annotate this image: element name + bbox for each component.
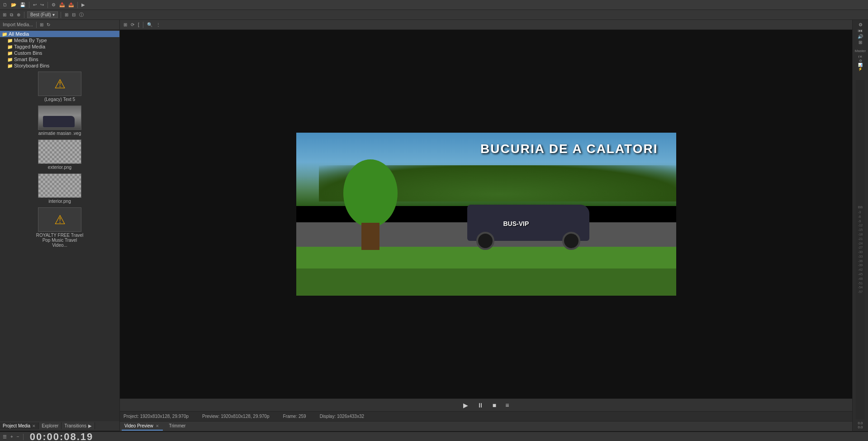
save-button[interactable]: 💾: [19, 2, 26, 8]
second-toolbar: ⊞ ⧉ ⊕ Best (Full) ▾ ⊞ ⊟ ⓘ: [0, 10, 868, 20]
tree-item-custom-bins[interactable]: 📁 Custom Bins: [0, 50, 119, 56]
quality-label: Best (Full): [30, 12, 51, 17]
play-button-top[interactable]: ▶: [81, 2, 86, 8]
master-label: Master: [855, 49, 866, 53]
ripple-button[interactable]: ⧉: [9, 12, 14, 18]
info-button[interactable]: ⓘ: [78, 11, 85, 19]
more-options[interactable]: ⋮: [155, 22, 161, 28]
pause-button[interactable]: ⏸: [474, 401, 486, 410]
tab-explorer[interactable]: Explorer: [39, 422, 62, 429]
divider2: [47, 2, 48, 8]
media-tree: 📁 All Media 📁 Media By Type 📁 Tagged Med…: [0, 30, 119, 70]
tree-item-storyboard-bins[interactable]: 📁 Storyboard Bins: [0, 62, 119, 69]
media-thumbnail: ⚠: [38, 207, 81, 232]
preview-info-value: 1920x810x128, 29.970p: [221, 414, 269, 419]
divider3: [77, 2, 78, 8]
snap-button[interactable]: ⊞: [2, 12, 7, 18]
van-silhouette: BUS-VIP: [467, 196, 594, 250]
panel-tabs-bar: Project Media ✕ Explorer Transitions ▶: [0, 421, 119, 431]
media-thumbnail: ⚠: [38, 72, 81, 96]
folder-icon: 📁: [7, 44, 13, 49]
import-button[interactable]: 📥: [58, 2, 66, 8]
divider4: [24, 12, 24, 18]
timeline-zoom-out[interactable]: −: [16, 434, 20, 440]
new-button[interactable]: 🗋: [2, 2, 8, 8]
settings-button[interactable]: ⚙: [51, 2, 57, 8]
media-item-label: (Legacy) Text 5: [44, 97, 75, 102]
media-grid[interactable]: ⚠ (Legacy) Text 5 animatie masian .veg e…: [0, 70, 119, 421]
video-frame: BUS-VIP BUCURIA DE A CALATORI: [296, 133, 676, 296]
right-vol-button[interactable]: 🔊: [857, 34, 864, 39]
tab-video-preview[interactable]: Video Preview ✕: [122, 422, 163, 431]
right-icon3: ⚡: [858, 67, 863, 71]
zoom-in[interactable]: 🔍: [146, 22, 153, 28]
folder-icon: 📁: [7, 57, 13, 62]
project-info-label: Project: 1920x810x128, 29.970p: [123, 414, 189, 419]
media-thumbnail: [38, 139, 81, 164]
media-item-label: ROYALTY FREE Travel Pop Music Travel Vid…: [35, 233, 85, 248]
divider6: [36, 22, 37, 28]
list-item[interactable]: interior.png: [38, 173, 81, 204]
tab-trimmer[interactable]: Trimmer: [166, 422, 189, 430]
loop-toggle[interactable]: ⟳: [130, 22, 135, 28]
right-icon2: 📊: [858, 63, 863, 67]
list-item[interactable]: animatie masian .veg: [38, 105, 81, 136]
export-button[interactable]: 📤: [67, 2, 75, 8]
tree-item-tagged-media[interactable]: 📁 Tagged Media: [0, 43, 119, 50]
overlay-button[interactable]: ⊟: [71, 12, 76, 18]
preview-info: Project: 1920x810x128, 29.970p Preview: …: [120, 411, 852, 421]
import-media-button[interactable]: Import Media...: [2, 22, 34, 28]
left-panel-toolbar: Import Media... ⊞ ↻: [0, 20, 119, 30]
title-overlay: BUCURIA DE A CALATORI: [480, 142, 658, 156]
media-thumbnail: [38, 173, 81, 198]
list-item[interactable]: ⚠ ROYALTY FREE Travel Pop Music Travel V…: [35, 207, 85, 248]
tab-project-media[interactable]: Project Media ✕: [0, 422, 39, 429]
tree-item-all-media[interactable]: 📁 All Media: [0, 31, 119, 37]
stop-button[interactable]: ■: [490, 401, 499, 410]
tree-graphic: [334, 159, 407, 250]
menu-button[interactable]: ≡: [503, 401, 512, 410]
list-item[interactable]: ⚠ (Legacy) Text 5: [38, 72, 81, 102]
main-layout: Import Media... ⊞ ↻ 📁 All Media 📁 Media …: [0, 20, 868, 431]
van-text: BUS-VIP: [503, 220, 529, 227]
preview-toolbar: ⊞ ⟳ [ 🔍 ⋮: [120, 20, 852, 30]
display-info: Display: 1026x433x32: [320, 414, 364, 419]
center-panel: ⊞ ⟳ [ 🔍 ⋮: [120, 20, 852, 431]
timeline-menu[interactable]: ☰: [2, 434, 8, 440]
tree-item-smart-bins[interactable]: 📁 Smart Bins: [0, 56, 119, 62]
mark-in[interactable]: [: [137, 22, 140, 28]
divider5: [61, 12, 61, 18]
bottom-stripe: [296, 268, 676, 296]
view-toggle[interactable]: ⊞: [39, 22, 44, 28]
folder-icon: 📁: [7, 51, 13, 56]
right-settings-button[interactable]: ⚙: [858, 22, 863, 28]
timeline-zoom-in[interactable]: +: [9, 434, 14, 440]
right-grid-button[interactable]: ⊞: [858, 39, 863, 45]
preview-tabs: Video Preview ✕ Trimmer: [120, 421, 852, 431]
quality-dropdown[interactable]: Best (Full) ▾: [27, 11, 58, 18]
undo-button[interactable]: ↩: [32, 2, 38, 8]
right-panel: ⚙ ⏮ 🔊 ⊞ Master f✕ ⚙ 📊 ⚡ BB -3-6-9-12-15-…: [852, 20, 868, 431]
media-item-label: exterior.png: [48, 165, 71, 170]
playback-controls: ▶ ⏸ ■ ≡: [120, 398, 852, 411]
refresh-button[interactable]: ↻: [46, 22, 51, 28]
play-button[interactable]: ▶: [460, 401, 471, 410]
snap-toggle[interactable]: ⊞: [123, 22, 128, 28]
tree-item-media-by-type[interactable]: 📁 Media By Type: [0, 37, 119, 43]
frame-info: Frame: 259: [283, 414, 306, 419]
tab-transitions[interactable]: Transitions ▶: [62, 422, 95, 429]
open-button[interactable]: 📂: [10, 2, 17, 8]
auto-ripple-button[interactable]: ⊕: [16, 12, 21, 18]
media-item-label: animatie masian .veg: [38, 131, 81, 136]
right-prev-button[interactable]: ⏮: [857, 28, 863, 34]
grid-button[interactable]: ⊞: [64, 12, 69, 18]
media-item-label: interior.png: [48, 199, 71, 204]
divider: [29, 2, 29, 8]
timeline-section: ☰ + − 00:00:08.19 ☰ 👁 🔒 fx ⊕: [0, 431, 868, 441]
value1: 0.0: [858, 421, 863, 425]
redo-button[interactable]: ↪: [39, 2, 45, 8]
close-icon[interactable]: ✕: [32, 424, 36, 428]
close-preview-tab[interactable]: ✕: [155, 423, 160, 429]
list-item[interactable]: exterior.png: [38, 139, 81, 170]
media-thumbnail: [38, 105, 81, 130]
